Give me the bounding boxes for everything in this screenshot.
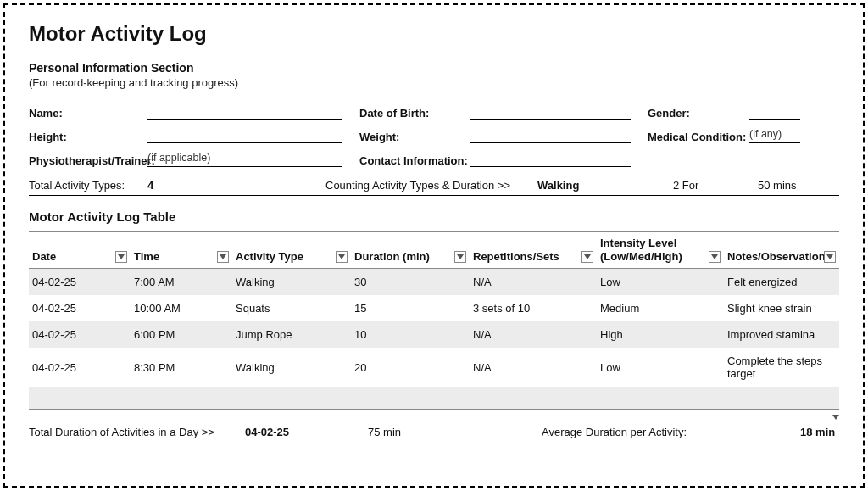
filter-button-date[interactable]	[115, 251, 127, 263]
total-duration-date: 04-02-25	[245, 426, 368, 438]
weight-field[interactable]	[470, 128, 631, 143]
cell-intensity: High	[597, 321, 724, 348]
filter-button-duration[interactable]	[454, 251, 466, 263]
filter-button-intensity[interactable]	[709, 251, 721, 263]
height-label: Height:	[29, 131, 147, 143]
physio-field[interactable]: (if applicable)	[147, 152, 342, 167]
personal-info-grid: Name: Date of Birth: Gender: Height: Wei…	[29, 104, 839, 167]
summary-activity-count: 2 For	[673, 179, 758, 192]
document-page: Motor Activity Log Personal Information …	[3, 3, 865, 488]
col-date: Date	[29, 232, 131, 269]
col-duration: Duration (min)	[351, 232, 470, 269]
filter-button-type[interactable]	[336, 251, 348, 263]
table-row: 04-02-25 6:00 PM Jump Rope 10 N/A High I…	[29, 321, 839, 348]
gender-field[interactable]	[749, 104, 800, 120]
avg-duration-label: Average Duration per Activity:	[542, 426, 800, 438]
summary-row: Total Activity Types: 4 Counting Activit…	[29, 174, 839, 196]
avg-duration-value: 18 min	[800, 426, 835, 438]
cell-notes: Improved stamina	[724, 321, 839, 348]
cell-notes: Felt energized	[724, 269, 839, 296]
cell-notes: Complete the steps target	[724, 348, 839, 387]
dob-label: Date of Birth:	[359, 107, 470, 120]
total-types-value: 4	[147, 179, 326, 192]
table-row-blank	[29, 387, 839, 409]
page-title: Motor Activity Log	[29, 22, 839, 46]
cell-date: 04-02-25	[29, 269, 131, 296]
table-row: 04-02-25 8:30 PM Walking 20 N/A Low Comp…	[29, 348, 839, 387]
counting-label: Counting Activity Types & Duration >>	[326, 179, 537, 192]
col-reps: Repetitions/Sets	[470, 232, 597, 269]
cell-date: 04-02-25	[29, 348, 131, 387]
svg-marker-5	[711, 254, 718, 259]
weight-label: Weight:	[359, 131, 470, 143]
contact-label: Contact Information:	[359, 154, 470, 167]
name-field[interactable]	[147, 104, 342, 120]
dob-field[interactable]	[470, 104, 631, 120]
cell-reps: N/A	[470, 269, 597, 296]
summary-activity-name: Walking	[537, 179, 673, 192]
svg-marker-0	[118, 254, 125, 259]
filter-button-time[interactable]	[217, 251, 229, 263]
gender-label: Gender:	[648, 107, 749, 120]
cell-date: 04-02-25	[29, 321, 131, 348]
personal-section-title: Personal Information Section	[29, 61, 839, 75]
cell-type: Walking	[232, 348, 351, 387]
cell-notes: Slight knee strain	[724, 295, 839, 321]
total-types-label: Total Activity Types:	[29, 179, 147, 192]
col-type: Activity Type	[232, 232, 351, 269]
cell-reps: N/A	[470, 348, 597, 387]
cell-intensity: Low	[597, 348, 724, 387]
col-intensity: Intensity Level (Low/Med/High)	[597, 232, 724, 269]
cell-reps: N/A	[470, 321, 597, 348]
col-notes: Notes/Observations	[724, 232, 839, 269]
physio-label: Physiotherapist/Trainer:	[29, 154, 147, 167]
table-section-title: Motor Activity Log Table	[29, 209, 839, 224]
cell-intensity: Medium	[597, 295, 724, 321]
totals-row: Total Duration of Activities in a Day >>…	[29, 422, 839, 438]
cell-time: 7:00 AM	[131, 269, 232, 296]
filter-button-reps[interactable]	[581, 251, 593, 263]
total-duration-label: Total Duration of Activities in a Day >>	[29, 426, 245, 438]
svg-marker-7	[832, 415, 839, 420]
height-field[interactable]	[147, 128, 342, 143]
svg-marker-3	[457, 254, 464, 259]
filter-button-notes[interactable]	[824, 251, 836, 263]
svg-marker-2	[338, 254, 345, 259]
total-duration-value: 75 min	[368, 426, 542, 438]
cell-intensity: Low	[597, 269, 724, 296]
medcond-label: Medical Condition:	[648, 131, 749, 143]
cell-duration: 30	[351, 269, 470, 296]
table-row: 04-02-25 10:00 AM Squats 15 3 sets of 10…	[29, 295, 839, 321]
name-label: Name:	[29, 107, 147, 120]
table-row: 04-02-25 7:00 AM Walking 30 N/A Low Felt…	[29, 269, 839, 296]
medcond-field[interactable]: (if any)	[749, 128, 800, 143]
col-time: Time	[131, 232, 232, 269]
svg-marker-6	[826, 254, 833, 259]
contact-field[interactable]	[470, 152, 631, 167]
cell-type: Walking	[232, 269, 351, 296]
personal-section-subtitle: (For record-keeping and tracking progres…	[29, 76, 839, 89]
cell-time: 8:30 PM	[131, 348, 232, 387]
cell-time: 6:00 PM	[131, 321, 232, 348]
svg-marker-4	[584, 254, 591, 259]
activity-log-table: Date Time Activity Type Duration (min) R…	[29, 231, 839, 409]
cell-type: Jump Rope	[232, 321, 351, 348]
cell-date: 04-02-25	[29, 295, 131, 321]
cell-type: Squats	[232, 295, 351, 321]
summary-activity-duration: 50 mins	[758, 179, 797, 192]
cell-duration: 20	[351, 348, 470, 387]
cell-duration: 15	[351, 295, 470, 321]
cell-time: 10:00 AM	[131, 295, 232, 321]
cell-reps: 3 sets of 10	[470, 295, 597, 321]
table-end-divider	[29, 409, 839, 414]
svg-marker-1	[220, 254, 226, 259]
table-header-row: Date Time Activity Type Duration (min) R…	[29, 232, 839, 269]
cell-duration: 10	[351, 321, 470, 348]
resize-handle-icon	[832, 410, 839, 422]
